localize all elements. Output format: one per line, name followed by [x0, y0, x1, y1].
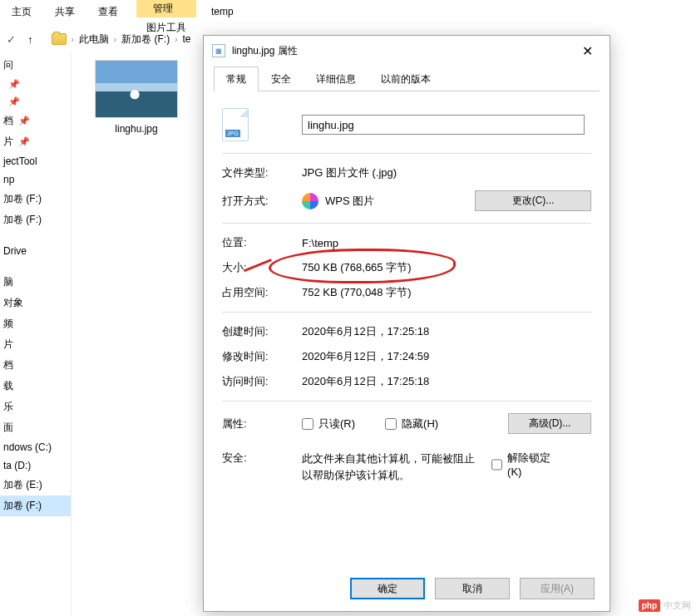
advanced-button[interactable]: 高级(D)...: [508, 413, 591, 434]
dialog-body: 文件类型: JPG 图片文件 (.jpg) 打开方式: WPS 图片 更改(C)…: [204, 91, 610, 500]
apply-button[interactable]: 应用(A): [520, 578, 595, 599]
unlock-checkbox[interactable]: 解除锁定(K): [491, 451, 561, 478]
dialog-titlebar[interactable]: ▦ linghu.jpg 属性 ✕: [204, 36, 610, 66]
ribbon: 主页 共享 查看 管理 图片工具 temp: [0, 0, 696, 27]
nav-item[interactable]: jectTool: [0, 152, 71, 170]
tab-previous[interactable]: 以前的版本: [368, 67, 443, 91]
nav-item[interactable]: 对象: [0, 293, 71, 313]
cancel-button[interactable]: 取消: [435, 578, 510, 599]
tab-general[interactable]: 常规: [214, 67, 259, 91]
nav-item[interactable]: Drive: [0, 242, 71, 260]
ribbon-tab-view[interactable]: 查看: [86, 0, 130, 24]
label-openwith: 打开方式:: [222, 194, 302, 209]
chevron-right-icon: ›: [175, 35, 177, 44]
nav-item[interactable]: 📌: [0, 76, 71, 93]
nav-item[interactable]: 面: [0, 417, 71, 438]
change-button[interactable]: 更改(C)...: [475, 190, 591, 211]
label-accessed: 访问时间:: [222, 374, 302, 389]
nav-item[interactable]: ndows (C:): [0, 438, 71, 456]
ribbon-tab-share[interactable]: 共享: [43, 0, 86, 24]
value-sizeondisk: 752 KB (770,048 字节): [302, 285, 591, 300]
value-openwith: WPS 图片: [325, 194, 374, 209]
jpg-file-icon: [222, 108, 249, 141]
value-modified: 2020年6月12日，17:24:59: [302, 349, 591, 364]
file-name: linghu.jpg: [91, 118, 181, 135]
nav-item[interactable]: 频: [0, 313, 71, 334]
file-thumbnail: [95, 60, 178, 118]
security-message: 此文件来自其他计算机，可能被阻止以帮助保护该计算机。: [302, 451, 476, 483]
value-filetype: JPG 图片文件 (.jpg): [302, 165, 591, 180]
nav-up-icon[interactable]: ↑: [24, 33, 37, 46]
label-modified: 修改时间:: [222, 349, 302, 364]
watermark: php 中文网: [639, 599, 691, 612]
wps-icon: [302, 193, 318, 209]
nav-item[interactable]: 问: [0, 55, 71, 76]
pin-icon: 📌: [8, 96, 20, 107]
readonly-checkbox[interactable]: 只读(R): [302, 416, 355, 431]
label-security: 安全:: [222, 451, 302, 466]
label-created: 创建时间:: [222, 324, 302, 339]
close-icon[interactable]: ✕: [574, 40, 601, 62]
ok-button[interactable]: 确定: [350, 578, 425, 599]
pin-icon: 📌: [8, 79, 20, 90]
nav-item[interactable]: np: [0, 170, 71, 189]
label-location: 位置:: [222, 235, 302, 250]
nav-item[interactable]: 📌: [0, 93, 71, 111]
nav-item[interactable]: 加卷 (F:): [0, 495, 71, 516]
dialog-tabs: 常规 安全 详细信息 以前的版本: [214, 66, 600, 91]
value-location: F:\temp: [302, 237, 591, 249]
nav-item[interactable]: 加卷 (F:): [0, 209, 71, 230]
label-attributes: 属性:: [222, 416, 302, 431]
pin-icon: 📌: [18, 136, 30, 147]
chevron-right-icon: ›: [114, 35, 116, 44]
watermark-text: 中文网: [664, 599, 691, 612]
pin-icon: 📌: [18, 116, 30, 126]
nav-item[interactable]: ta (D:): [0, 456, 71, 475]
dialog-title: linghu.jpg 属性: [225, 44, 574, 58]
nav-item[interactable]: 加卷 (E:): [0, 475, 71, 495]
breadcrumb-item[interactable]: 新加卷 (F:): [121, 32, 170, 47]
breadcrumb-item[interactable]: te: [183, 33, 191, 45]
label-filetype: 文件类型:: [222, 165, 302, 180]
tab-security[interactable]: 安全: [259, 67, 304, 91]
nav-item[interactable]: 脑: [0, 272, 71, 293]
nav-item[interactable]: 片📌: [0, 131, 71, 152]
value-created: 2020年6月12日，17:25:18: [302, 324, 591, 339]
nav-item[interactable]: 载: [0, 376, 71, 397]
value-accessed: 2020年6月12日，17:25:18: [302, 374, 591, 389]
properties-dialog: ▦ linghu.jpg 属性 ✕ 常规 安全 详细信息 以前的版本 文件类型:…: [203, 35, 610, 612]
value-size: 750 KB (768,665 字节): [302, 260, 591, 275]
chevron-right-icon: ›: [72, 35, 74, 44]
nav-back-icon[interactable]: ✓: [3, 33, 19, 46]
image-file-icon: ▦: [212, 44, 225, 57]
ribbon-tab-home[interactable]: 主页: [0, 0, 43, 24]
hidden-checkbox[interactable]: 隐藏(H): [385, 416, 438, 431]
file-tile[interactable]: linghu.jpg: [91, 60, 181, 135]
watermark-badge: php: [639, 599, 660, 612]
nav-item[interactable]: 加卷 (F:): [0, 189, 71, 209]
nav-item[interactable]: 档: [0, 355, 71, 376]
address-label: temp: [196, 0, 242, 22]
nav-tree[interactable]: 问 📌 📌 档📌 片📌 jectTool np 加卷 (F:) 加卷 (F:) …: [0, 52, 72, 616]
folder-icon: [52, 33, 67, 45]
nav-item[interactable]: 乐: [0, 397, 71, 417]
breadcrumb-item[interactable]: 此电脑: [79, 32, 109, 47]
dialog-buttons: 确定 取消 应用(A): [350, 578, 595, 599]
nav-item[interactable]: 片: [0, 334, 71, 355]
ribbon-context-title: 管理: [136, 0, 196, 17]
tab-details[interactable]: 详细信息: [304, 67, 368, 91]
filename-input[interactable]: [302, 115, 585, 135]
nav-item[interactable]: 档📌: [0, 111, 71, 131]
label-sizeondisk: 占用空间:: [222, 285, 302, 300]
